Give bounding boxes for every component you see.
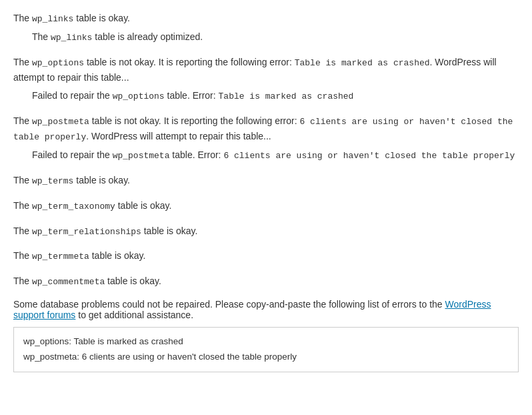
wp-term-relationships-ok-line: The wp_term_relationships table is okay. — [13, 224, 519, 240]
wp-links-optimized-line: The wp_links table is already optimized. — [32, 29, 519, 45]
wp-termmeta-code: wp_termmeta — [32, 252, 89, 262]
wp-postmeta-code: wp_postmeta — [32, 117, 89, 127]
wp-terms-code: wp_terms — [32, 176, 73, 186]
error-list-box: wp_options: Table is marked as crashed w… — [13, 327, 519, 372]
wp-postmeta-message: The wp_postmeta table is not okay. It is… — [13, 113, 519, 163]
wp-postmeta-code2: wp_postmeta — [113, 151, 170, 161]
wp-links-ok-line: The wp_links table is okay. — [13, 11, 519, 27]
wp-terms-ok-line: The wp_terms table is okay. — [13, 173, 519, 189]
wp-commentmeta-code: wp_commentmeta — [32, 277, 105, 287]
wp-term-taxonomy-message: The wp_term_taxonomy table is okay. — [13, 198, 519, 214]
content-area: The wp_links table is okay. The wp_links… — [13, 11, 519, 372]
wp-commentmeta-ok-line: The wp_commentmeta table is okay. — [13, 274, 519, 290]
bottom-notice-text: Some database problems could not be repa… — [13, 299, 519, 320]
wp-options-repair-fail-line: Failed to repair the wp_options table. E… — [32, 88, 519, 104]
wp-term-taxonomy-code: wp_term_taxonomy — [32, 201, 115, 212]
wp-termmeta-message: The wp_termmeta table is okay. — [13, 248, 519, 264]
wp-postmeta-error-line: The wp_postmeta table is not okay. It is… — [13, 113, 519, 145]
bottom-section: Some database problems could not be repa… — [13, 299, 519, 372]
bottom-notice-prefix: Some database problems could not be repa… — [13, 299, 445, 310]
wp-commentmeta-message: The wp_commentmeta table is okay. — [13, 274, 519, 290]
wp-links-code: wp_links — [32, 14, 73, 24]
wp-postmeta-repair-error-code: 6 clients are using or haven't closed th… — [223, 151, 515, 161]
bottom-notice-suffix: to get additional assistance. — [75, 310, 193, 320]
wp-options-error-line: The wp_options table is not okay. It is … — [13, 55, 519, 85]
wp-options-repair-error-code: Table is marked as crashed — [219, 91, 354, 101]
wp-links-code2: wp_links — [51, 33, 92, 43]
error-list-item-2: wp_postmeta: 6 clients are using or have… — [23, 350, 509, 365]
wp-term-taxonomy-ok-line: The wp_term_taxonomy table is okay. — [13, 198, 519, 214]
wp-term-relationships-message: The wp_term_relationships table is okay. — [13, 224, 519, 240]
error-list-item-1: wp_options: Table is marked as crashed — [23, 334, 509, 350]
wp-links-message: The wp_links table is okay. The wp_links… — [13, 11, 519, 45]
wp-options-code: wp_options — [32, 58, 84, 68]
wp-options-error-code: Table is marked as crashed — [295, 58, 430, 68]
wp-terms-message: The wp_terms table is okay. — [13, 173, 519, 189]
wp-postmeta-repair-fail-line: Failed to repair the wp_postmeta table. … — [32, 147, 519, 163]
wp-options-code2: wp_options — [113, 91, 165, 101]
wp-options-message: The wp_options table is not okay. It is … — [13, 55, 519, 104]
wp-termmeta-ok-line: The wp_termmeta table is okay. — [13, 248, 519, 264]
wp-term-relationships-code: wp_term_relationships — [32, 227, 141, 237]
